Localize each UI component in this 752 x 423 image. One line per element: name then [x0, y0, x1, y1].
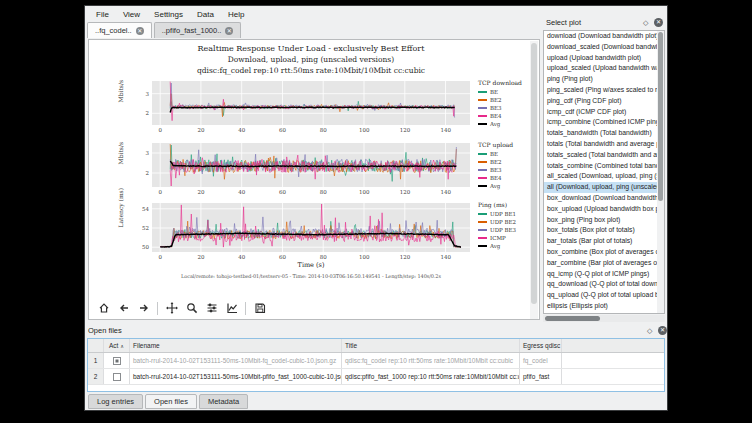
bottom-tab-metadata[interactable]: Metadata: [199, 394, 248, 409]
legend-entry-label: UDP BE2: [490, 219, 516, 225]
plot-list-item[interactable]: ping_cdf (Ping CDF plot): [544, 96, 664, 107]
plot-list-item[interactable]: box_combine (Box plot of averages of sev…: [544, 247, 664, 258]
close-dock-icon[interactable]: ✕: [654, 18, 663, 27]
bottom-tab-log-entries[interactable]: Log entries: [88, 394, 143, 409]
column-header-act[interactable]: Act∧: [104, 339, 130, 352]
plot-list-item[interactable]: icmp_cdf (ICMP CDF plot): [544, 107, 664, 118]
forward-button[interactable]: [135, 300, 152, 317]
row-number: 1: [88, 353, 104, 368]
pan-button[interactable]: [163, 300, 180, 317]
bottom-tab-open-files[interactable]: Open files: [145, 394, 197, 409]
plot-list-item[interactable]: box_upload (Upload bandwidth box plot): [544, 204, 664, 215]
legend-entry-label: BE: [490, 89, 498, 95]
plot-tab[interactable]: ..pfifo_fast_1000..✕: [154, 22, 242, 38]
legend-line-swatch: [478, 185, 487, 187]
plot-list-item[interactable]: icmp_combine (Combined ICMP ping plot): [544, 117, 664, 128]
column-header-title[interactable]: Title: [342, 339, 520, 352]
legend-line-swatch: [478, 213, 487, 214]
cell-filler: [562, 369, 664, 384]
plot-list-item[interactable]: totals_combine (Combined total bandwidth…: [544, 161, 664, 172]
plot-list-item[interactable]: upload_scaled (Upload bandwidth w/axes s…: [544, 63, 664, 74]
legend-entry: BE2: [478, 158, 528, 166]
plot-list-item[interactable]: totals_scaled (Total bandwidth and avera…: [544, 150, 664, 161]
float-dock-icon[interactable]: ◇: [643, 19, 650, 26]
forward-icon: [138, 302, 150, 314]
plot-list-item[interactable]: box_ping (Ping box plot): [544, 215, 664, 226]
select-plot-title: Select plot: [543, 18, 643, 27]
plot-list-vscrollbar[interactable]: [657, 31, 664, 313]
plot-list-item[interactable]: download (Download bandwidth plot): [544, 31, 664, 42]
legend-entry: BE4: [478, 112, 528, 120]
x-tick-label: 0: [155, 189, 165, 195]
plot-list-vscrollbar-thumb[interactable]: [658, 32, 663, 201]
legend-entry-label: Avg: [490, 183, 500, 189]
plot-tab-label: ..pfifo_fast_1000..: [162, 26, 222, 35]
legend-line-swatch: [478, 221, 487, 222]
file-checkbox[interactable]: [113, 373, 121, 381]
plot-list-hscrollbar[interactable]: [543, 315, 665, 322]
app-window: FileViewSettingsDataHelp ..fq_codel..✕..…: [84, 5, 668, 411]
back-button[interactable]: [115, 300, 132, 317]
legend-entry: BE2: [478, 96, 528, 104]
customize-button[interactable]: [223, 300, 240, 317]
legend-entry-label: Avg: [490, 243, 500, 249]
plot-list-item[interactable]: ellipsis (Ellipsis plot): [544, 301, 664, 312]
legend-title: TCP upload: [478, 141, 528, 148]
table-row[interactable]: 2batch-rrul-2014-10-02T153111-50ms-10Mbi…: [88, 369, 664, 385]
plot-list-item[interactable]: all (Download, upload, ping (unscaled ve…: [544, 182, 664, 193]
plot-list-item[interactable]: bar_combine (Bar plot of averages of sev…: [544, 258, 664, 269]
tab-close-icon[interactable]: ✕: [225, 27, 233, 35]
column-header-filler: [562, 339, 664, 352]
plot-list-item[interactable]: download_scaled (Download bandwidth w/ax…: [544, 42, 664, 53]
plot-list-item[interactable]: ping_scaled (Ping w/axes scaled to remov…: [544, 85, 664, 96]
menu-item-help[interactable]: Help: [222, 8, 250, 21]
menu-item-settings[interactable]: Settings: [148, 8, 189, 21]
menu-item-file[interactable]: File: [90, 8, 115, 21]
home-button[interactable]: [95, 300, 112, 317]
x-tick-label: 60: [277, 127, 287, 133]
plot-scrollbar-thumb[interactable]: [531, 43, 537, 304]
plot-list-item[interactable]: qq_upload (Q-Q plot of total upload band…: [544, 290, 664, 301]
column-header-filename[interactable]: Filename: [130, 339, 342, 352]
sort-ascending-icon: ∧: [120, 343, 124, 349]
menu-item-data[interactable]: Data: [191, 8, 220, 21]
legend-line-swatch: [478, 123, 487, 125]
back-icon: [118, 302, 130, 314]
plot-tab[interactable]: ..fq_codel..✕: [87, 22, 152, 38]
plot-list-item[interactable]: qq_icmp (Q-Q plot of ICMP pings): [544, 269, 664, 280]
plot-list-item[interactable]: totals_bandwidth (Total bandwidth): [544, 128, 664, 139]
column-header-egress[interactable]: Egress qdisc: [520, 339, 562, 352]
open-files-table: Act∧FilenameTitleEgress qdisc1batch-rrul…: [87, 338, 665, 392]
legend-entry: Avg: [478, 182, 528, 190]
menu-item-view[interactable]: View: [117, 8, 146, 21]
plot-list-item[interactable]: totals (Total bandwidth and average ping…: [544, 139, 664, 150]
cell-egress: pfifo_fast: [520, 369, 562, 384]
plot-list-item[interactable]: ping (Ping plot): [544, 74, 664, 85]
plot-scrollbar[interactable]: [530, 41, 538, 319]
plot-list-item[interactable]: qq_download (Q-Q plot of total download …: [544, 279, 664, 290]
subplots-button[interactable]: [203, 300, 220, 317]
plot-list-hscrollbar-thumb[interactable]: [545, 316, 600, 321]
legend-entry-label: UDP BE1: [490, 211, 516, 217]
legend-line-swatch: [478, 161, 487, 162]
x-tick-label: 100: [359, 189, 369, 195]
plot-list-item[interactable]: upload (Upload bandwidth plot): [544, 53, 664, 64]
x-tick-label: 80: [318, 127, 328, 133]
plot-legend: Ping (ms)UDP BE1UDP BE2UDP BE3ICMPAvg: [478, 201, 528, 250]
plot-list-item[interactable]: bar_totals (Bar plot of totals): [544, 236, 664, 247]
plot-list-item[interactable]: box_totals (Box plot of totals): [544, 225, 664, 236]
open-files-header: Open files ◇ ✕: [85, 323, 669, 337]
tab-close-icon[interactable]: ✕: [136, 27, 144, 35]
figure-title-line2: Download, upload, ping (unscaled version…: [152, 55, 470, 64]
plot-list: download (Download bandwidth plot)downlo…: [543, 30, 665, 314]
table-row[interactable]: 1batch-rrul-2014-10-02T153111-50ms-10Mbi…: [88, 353, 664, 369]
float-dock-icon[interactable]: ◇: [647, 327, 654, 334]
cell-filename: batch-rrul-2014-10-02T153111-50ms-10Mbit…: [130, 353, 342, 368]
plot-list-item[interactable]: box_download (Download bandwidth box plo…: [544, 193, 664, 204]
plot-list-item[interactable]: all_scaled (Download, upload, ping (scal…: [544, 171, 664, 182]
save-button[interactable]: [251, 300, 268, 317]
y-tick-label: 50: [138, 244, 149, 250]
file-checkbox[interactable]: [113, 357, 121, 365]
close-dock-icon[interactable]: ✕: [658, 326, 667, 335]
zoom-button[interactable]: [183, 300, 200, 317]
